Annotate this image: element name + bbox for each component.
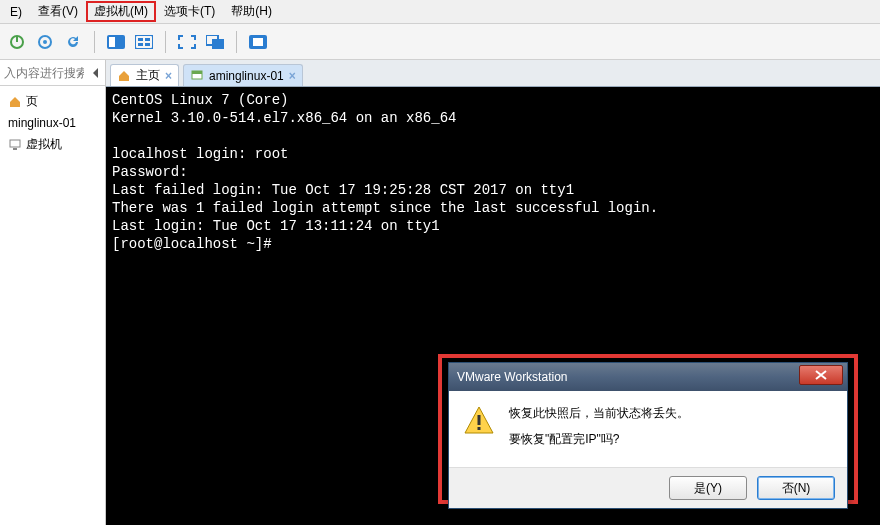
dialog-title: VMware Workstation — [457, 370, 567, 384]
fullscreen-icon[interactable] — [176, 31, 198, 53]
svg-rect-14 — [253, 38, 263, 46]
svg-rect-16 — [13, 148, 17, 150]
close-icon[interactable]: × — [289, 69, 296, 83]
svg-rect-18 — [192, 71, 202, 74]
svg-rect-7 — [138, 38, 143, 41]
dialog-footer: 是(Y) 否(N) — [449, 468, 847, 508]
svg-rect-12 — [212, 39, 224, 49]
sidebar-search — [0, 60, 105, 86]
menu-bar: E) 查看(V) 虚拟机(M) 选项卡(T) 帮助(H) — [0, 0, 880, 24]
svg-rect-15 — [10, 140, 20, 147]
tab-label: 主页 — [136, 67, 160, 84]
tab-label: aminglinux-01 — [209, 69, 284, 83]
quick-switch-icon[interactable] — [247, 31, 269, 53]
tree-item-computer[interactable]: 虚拟机 — [2, 133, 103, 156]
svg-rect-20 — [478, 427, 481, 430]
show-console-icon[interactable] — [105, 31, 127, 53]
toolbar — [0, 24, 880, 60]
menu-view[interactable]: 查看(V) — [30, 1, 86, 22]
tab-home[interactable]: 主页 × — [110, 64, 179, 86]
home-icon — [8, 95, 22, 109]
tree-label: minglinux-01 — [8, 116, 76, 130]
thumbnail-icon[interactable] — [133, 31, 155, 53]
tree-label: 虚拟机 — [26, 136, 62, 153]
close-button[interactable] — [799, 365, 843, 385]
warning-icon — [463, 405, 495, 437]
collapse-sidebar-button[interactable] — [88, 62, 104, 84]
close-icon — [815, 370, 827, 380]
vm-icon — [190, 69, 204, 83]
confirm-dialog: VMware Workstation 恢复此快照后，当前状态将丢失。 要恢复"配… — [448, 362, 848, 509]
revert-icon[interactable] — [62, 31, 84, 53]
tree-item-vm[interactable]: minglinux-01 — [2, 113, 103, 133]
home-icon — [117, 69, 131, 83]
menu-tabs[interactable]: 选项卡(T) — [156, 1, 223, 22]
dialog-text: 恢复此快照后，当前状态将丢失。 要恢复"配置完IP"吗? — [509, 405, 689, 457]
menu-help[interactable]: 帮助(H) — [223, 1, 280, 22]
svg-rect-6 — [135, 35, 153, 49]
sidebar: 页 minglinux-01 虚拟机 — [0, 60, 106, 525]
svg-rect-19 — [478, 415, 481, 425]
library-tree: 页 minglinux-01 虚拟机 — [0, 86, 105, 525]
menu-vm[interactable]: 虚拟机(M) — [86, 1, 156, 22]
svg-rect-8 — [145, 38, 150, 41]
unity-icon[interactable] — [204, 31, 226, 53]
menu-edit[interactable]: E) — [2, 3, 30, 21]
svg-rect-5 — [109, 37, 115, 47]
snapshot-icon[interactable] — [34, 31, 56, 53]
search-input[interactable] — [0, 63, 88, 83]
dialog-body: 恢复此快照后，当前状态将丢失。 要恢复"配置完IP"吗? — [449, 391, 847, 468]
tree-label: 页 — [26, 93, 38, 110]
toolbar-separator — [165, 31, 166, 53]
svg-rect-10 — [145, 43, 150, 46]
no-button[interactable]: 否(N) — [757, 476, 835, 500]
yes-button[interactable]: 是(Y) — [669, 476, 747, 500]
monitor-icon — [8, 138, 22, 152]
dialog-line2: 要恢复"配置完IP"吗? — [509, 431, 689, 447]
power-on-icon[interactable] — [6, 31, 28, 53]
svg-rect-9 — [138, 43, 143, 46]
svg-point-3 — [43, 40, 47, 44]
dialog-title-bar[interactable]: VMware Workstation — [449, 363, 847, 391]
dialog-line1: 恢复此快照后，当前状态将丢失。 — [509, 405, 689, 421]
tab-bar: 主页 × aminglinux-01 × — [106, 60, 880, 86]
close-icon[interactable]: × — [165, 69, 172, 83]
tree-item-home[interactable]: 页 — [2, 90, 103, 113]
toolbar-separator — [94, 31, 95, 53]
tab-vm[interactable]: aminglinux-01 × — [183, 64, 303, 86]
toolbar-separator — [236, 31, 237, 53]
